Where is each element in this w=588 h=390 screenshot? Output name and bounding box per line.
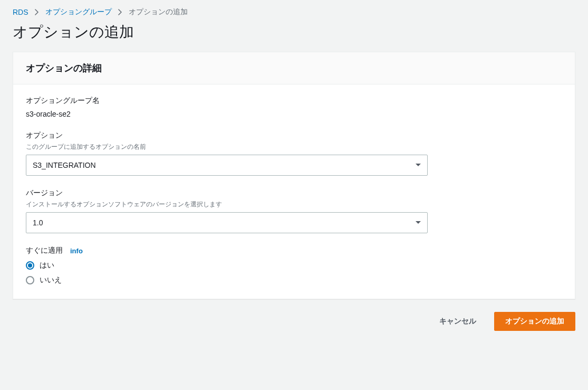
field-version: バージョン インストールするオプションソフトウェアのバージョンを選択します 1.… (26, 188, 562, 233)
breadcrumb-current: オプションの追加 (129, 7, 188, 17)
radio-yes[interactable]: はい (26, 261, 562, 270)
version-select-value: 1.0 (33, 218, 43, 227)
breadcrumb-group-link[interactable]: オプショングループ (45, 7, 112, 17)
breadcrumb: RDS オプショングループ オプションの追加 (13, 7, 575, 17)
radio-icon-selected (26, 261, 34, 270)
form-actions: キャンセル オプションの追加 (13, 312, 575, 331)
panel-header: オプションの詳細 (13, 52, 575, 84)
option-hint: このグループに追加するオプションの名前 (26, 142, 562, 151)
version-label: バージョン (26, 188, 562, 198)
panel-title: オプションの詳細 (26, 62, 562, 74)
cancel-button[interactable]: キャンセル (429, 312, 487, 331)
breadcrumb-root-link[interactable]: RDS (13, 8, 28, 16)
version-hint: インストールするオプションソフトウェアのバージョンを選択します (26, 200, 562, 209)
radio-icon (26, 276, 34, 284)
version-select[interactable]: 1.0 (26, 212, 428, 233)
field-option: オプション このグループに追加するオプションの名前 S3_INTEGRATION (26, 131, 562, 176)
radio-yes-label: はい (40, 261, 54, 270)
group-name-value: s3-oracle-se2 (26, 110, 562, 118)
radio-no[interactable]: いいえ (26, 275, 562, 285)
option-label: オプション (26, 131, 562, 140)
option-details-panel: オプションの詳細 オプショングループ名 s3-oracle-se2 オプション … (13, 52, 575, 299)
option-select[interactable]: S3_INTEGRATION (26, 155, 428, 176)
apply-label: すぐに適用 (26, 246, 63, 255)
radio-no-label: いいえ (40, 275, 62, 285)
chevron-right-icon (118, 9, 122, 15)
group-name-label: オプショングループ名 (26, 96, 562, 106)
chevron-right-icon (35, 9, 39, 15)
option-select-value: S3_INTEGRATION (33, 161, 96, 169)
field-group-name: オプショングループ名 s3-oracle-se2 (26, 96, 562, 118)
add-option-button[interactable]: オプションの追加 (494, 312, 575, 331)
info-link[interactable]: info (70, 247, 83, 255)
field-apply-immediately: すぐに適用 info はい いいえ (26, 246, 562, 285)
apply-radio-group: はい いいえ (26, 261, 562, 285)
page-title: オプションの追加 (13, 22, 575, 42)
